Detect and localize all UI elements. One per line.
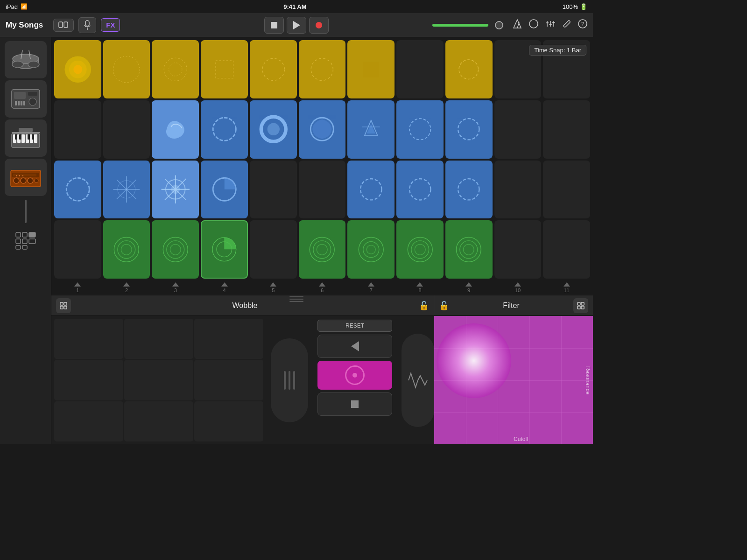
pad-r1c1[interactable]: [54, 40, 101, 98]
pad-r3c11[interactable]: [543, 161, 590, 219]
pad-r1c5[interactable]: [250, 40, 297, 98]
stop-button[interactable]: [264, 17, 284, 34]
pad-r2c6[interactable]: [299, 100, 346, 159]
speech-icon[interactable]: [529, 19, 539, 31]
wobble-left-icon-btn[interactable]: [56, 298, 71, 313]
col-up-8[interactable]: [416, 282, 423, 287]
col-up-3[interactable]: [172, 282, 179, 287]
col-up-10[interactable]: [514, 282, 521, 287]
reverse-button[interactable]: [317, 335, 392, 358]
pad-r4c10[interactable]: [494, 220, 542, 279]
wg-cell-8[interactable]: [124, 401, 193, 441]
pad-r4c7[interactable]: [347, 220, 395, 279]
pad-r3c9[interactable]: [445, 161, 493, 219]
pad-r3c5[interactable]: [250, 161, 297, 219]
wg-cell-9[interactable]: [194, 401, 263, 441]
col-ctrl-6: 6: [299, 282, 346, 293]
col-up-5[interactable]: [270, 282, 276, 287]
pad-r4c3[interactable]: [152, 220, 199, 279]
filter-body[interactable]: Cutoff Resonance: [434, 316, 593, 444]
wg-cell-6[interactable]: [194, 360, 263, 400]
col-up-9[interactable]: [465, 282, 472, 287]
pad-r1c9[interactable]: [445, 40, 493, 98]
metronome-icon[interactable]: [513, 19, 522, 31]
pad-r2c3[interactable]: [152, 100, 199, 159]
battery-label: 100%: [563, 3, 578, 10]
sidebar-item-synth[interactable]: [5, 159, 47, 196]
pad-r3c10[interactable]: [494, 161, 542, 219]
pad-r4c5[interactable]: [250, 220, 297, 279]
record-button[interactable]: [309, 17, 329, 34]
sidebar-item-beatmachine[interactable]: [5, 80, 47, 118]
pad-r2c9[interactable]: [445, 100, 493, 159]
pad-r4c9[interactable]: [445, 220, 493, 279]
help-icon[interactable]: ?: [578, 19, 587, 31]
reset-button[interactable]: RESET: [317, 320, 392, 332]
wobble-lock-icon[interactable]: 🔓: [419, 301, 429, 311]
sidebar-item-keyboard[interactable]: [5, 119, 47, 157]
volume-knob[interactable]: [495, 21, 503, 29]
wg-cell-4[interactable]: [54, 360, 123, 400]
sidebar: [0, 37, 51, 444]
pad-r2c2[interactable]: [103, 100, 150, 159]
play-button[interactable]: [287, 17, 306, 34]
wg-cell-5[interactable]: [124, 360, 193, 400]
col-up-6[interactable]: [319, 282, 325, 287]
pad-r2c8[interactable]: [396, 100, 444, 159]
filter-lock-icon[interactable]: 🔓: [439, 301, 449, 311]
pad-r1c4[interactable]: [201, 40, 248, 98]
waveform-pill[interactable]: [402, 334, 434, 427]
svg-point-107: [415, 244, 425, 255]
col-up-1[interactable]: [74, 282, 81, 287]
pad-r3c2[interactable]: [103, 161, 150, 219]
wg-cell-1[interactable]: [54, 319, 123, 359]
pad-r1c6[interactable]: [299, 40, 346, 98]
pad-r4c11[interactable]: [543, 220, 590, 279]
pad-r2c11[interactable]: [543, 100, 590, 159]
pad-r3c8[interactable]: [396, 161, 444, 219]
pill-control[interactable]: [271, 338, 308, 422]
col-ctrl-10: 10: [494, 282, 542, 293]
volume-bar[interactable]: [432, 24, 488, 27]
wg-cell-3[interactable]: [194, 319, 263, 359]
col-up-2[interactable]: [123, 282, 130, 287]
pad-r1c3[interactable]: [152, 40, 199, 98]
pad-r4c1[interactable]: [54, 220, 101, 279]
wg-cell-2[interactable]: [124, 319, 193, 359]
stop-playback-button[interactable]: [317, 392, 392, 416]
mixer-icon[interactable]: [545, 19, 556, 31]
pad-r4c6[interactable]: [299, 220, 346, 279]
col-up-7[interactable]: [368, 282, 374, 287]
loop-button[interactable]: [53, 19, 74, 32]
pad-r3c3[interactable]: [152, 161, 199, 219]
pad-r4c4[interactable]: [201, 220, 248, 279]
pad-r3c7[interactable]: [347, 161, 395, 219]
sidebar-item-drums[interactable]: [5, 41, 47, 78]
col-ctrl-1: 1: [54, 282, 101, 293]
pad-r4c2[interactable]: [103, 220, 150, 279]
pad-r3c1[interactable]: [54, 161, 101, 219]
pad-r2c10[interactable]: [494, 100, 542, 159]
turntable-button[interactable]: [317, 361, 392, 390]
wg-cell-7[interactable]: [54, 401, 123, 441]
svg-point-74: [409, 119, 430, 140]
svg-rect-69: [363, 61, 379, 77]
filter-right-icon-btn[interactable]: [573, 298, 588, 313]
mic-button[interactable]: [78, 17, 96, 33]
fx-button[interactable]: FX: [101, 18, 120, 32]
sidebar-item-patterns[interactable]: [5, 227, 47, 255]
pad-r3c4[interactable]: [201, 161, 248, 219]
pad-r1c7[interactable]: [347, 40, 395, 98]
pad-r3c6[interactable]: [299, 161, 346, 219]
pad-r1c8[interactable]: [396, 40, 444, 98]
col-up-11[interactable]: [564, 282, 570, 287]
pad-r4c8[interactable]: [396, 220, 444, 279]
wrench-icon[interactable]: [562, 19, 571, 31]
pad-r2c4[interactable]: [201, 100, 248, 159]
col-up-4[interactable]: [221, 282, 228, 287]
drag-handle[interactable]: [287, 295, 306, 303]
pad-r1c2[interactable]: [103, 40, 150, 98]
pad-r2c5[interactable]: [250, 100, 297, 159]
pad-r2c1[interactable]: [54, 100, 101, 159]
pad-r2c7[interactable]: [347, 100, 395, 159]
